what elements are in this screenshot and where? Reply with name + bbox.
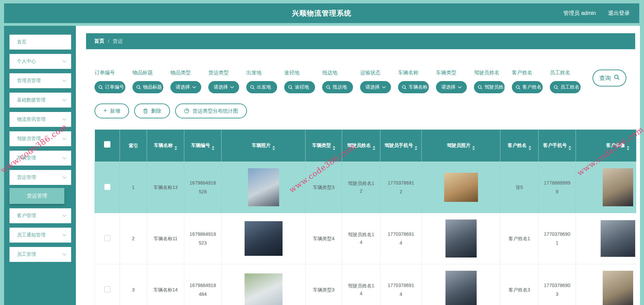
column-header-vehicle_name[interactable]: 车辆名称	[147, 130, 184, 162]
filter-input-客户姓名[interactable]: 客户姓名	[512, 81, 543, 93]
cell-driver_name: 驾驶员姓名14	[342, 213, 380, 264]
sidebar-item-货运管理[interactable]: 货运管理	[9, 170, 71, 185]
filter-input-员工姓名[interactable]: 员工姓名	[550, 81, 581, 93]
sidebar-item-个人中心[interactable]: 个人中心	[9, 54, 71, 69]
cell-driver_name: 驾驶员姓名14	[342, 264, 380, 305]
sidebar-item-label: 个人中心	[17, 58, 36, 64]
sidebar-item-label: 客户管理	[17, 213, 36, 219]
sidebar-item-管理员管理[interactable]: 管理员管理	[9, 73, 71, 88]
row-select-cell	[95, 162, 120, 213]
filter-input-车辆名称[interactable]: 车辆名称	[398, 81, 429, 93]
filter-select-货运类型[interactable]: 请选择	[208, 81, 239, 93]
filter-input-出发地[interactable]: 出发地	[246, 81, 277, 93]
column-header-vehicle_type[interactable]: 车辆类型	[306, 130, 342, 162]
filter-select-物品类型[interactable]: 请选择	[170, 81, 201, 93]
sort-icon[interactable]	[627, 146, 629, 150]
sort-icon[interactable]	[415, 146, 417, 150]
logout-link[interactable]: 退出登录	[608, 10, 630, 17]
sidebar-item-首页[interactable]: 首页	[9, 35, 71, 50]
cell-vehicle_no: 1679884918484	[184, 264, 222, 305]
cell-customer_name: 客户姓名3	[500, 264, 539, 305]
sort-icon[interactable]	[528, 146, 531, 150]
sidebar-subitem-货运管理-active[interactable]: 货运管理	[9, 188, 64, 204]
vehicle-photo	[245, 221, 283, 256]
sort-icon[interactable]	[472, 146, 475, 150]
cell-customer_phone: 17703786903	[539, 264, 576, 305]
search-icon	[554, 85, 558, 90]
search-icon	[614, 74, 620, 82]
customer-avatar	[601, 220, 635, 257]
filter-input-途径地[interactable]: 途径地	[284, 81, 315, 93]
sidebar-item-label: 管理员管理	[17, 78, 41, 84]
column-header-driver_photo[interactable]: 驾驶员照片	[422, 130, 500, 162]
sort-icon[interactable]	[373, 146, 375, 150]
row-select-cell	[95, 264, 120, 305]
select-all-header[interactable]	[95, 130, 120, 162]
sort-icon[interactable]	[174, 146, 177, 150]
select-all-checkbox[interactable]	[104, 141, 110, 148]
column-header-customer_phone[interactable]: 客户手机号	[539, 130, 576, 162]
column-header-vehicle_no[interactable]: 车辆编号	[184, 130, 222, 162]
delete-button[interactable]: 删除	[134, 103, 170, 118]
breadcrumb-current: 货运	[112, 38, 123, 44]
filter-label: 运输状态	[360, 70, 391, 76]
filter-input-placeholder: 订单编号	[105, 84, 124, 90]
filter-input-物品标题[interactable]: 物品标题	[132, 81, 163, 93]
sidebar-item-车辆管理[interactable]: 车辆管理	[9, 151, 71, 166]
search-icon	[136, 85, 141, 90]
filter-group-途径地: 途径地途径地	[284, 70, 315, 93]
column-header-index[interactable]: 索引	[120, 130, 147, 162]
sidebar-item-物流资讯管理[interactable]: 物流资讯管理	[9, 112, 71, 127]
sidebar-item-基础数据管理[interactable]: 基础数据管理	[9, 93, 71, 108]
filter-input-抵达地[interactable]: 抵达地	[322, 81, 353, 93]
filter-input-订单编号[interactable]: 订单编号	[95, 81, 125, 93]
filter-group-订单编号: 订单编号订单编号	[95, 70, 125, 93]
sidebar-item-员工通知管理[interactable]: 员工通知管理	[9, 228, 71, 243]
column-header-label: 驾驶员手机号	[385, 142, 413, 148]
sort-icon[interactable]	[212, 146, 214, 150]
filter-group-客户姓名: 客户姓名客户姓名	[512, 70, 543, 93]
cell-vehicle_name: 车辆名称11	[147, 213, 184, 264]
filter-input-驾驶员姓名[interactable]: 驾驶员姓名	[474, 81, 505, 93]
row-checkbox[interactable]	[104, 286, 110, 292]
add-button[interactable]: + 新增	[95, 103, 129, 118]
row-checkbox[interactable]	[104, 235, 110, 241]
filter-select-运输状态[interactable]: 请选择	[360, 81, 391, 93]
customer-avatar	[603, 168, 633, 206]
delete-button-label: 删除	[151, 108, 161, 114]
sidebar-item-驾驶员管理[interactable]: 驾驶员管理	[9, 131, 71, 146]
column-header-customer_name[interactable]: 客户姓名	[500, 130, 539, 162]
filter-label: 驾驶员姓名	[474, 70, 505, 76]
current-user-label[interactable]: 管理员 admin	[563, 10, 596, 17]
sidebar-item-label: 员工通知管理	[17, 232, 45, 238]
cell-vehicle_type: 车辆类型3	[306, 162, 342, 213]
column-header-label: 车辆类型	[312, 142, 331, 148]
filter-select-车辆类型[interactable]: 请选择	[436, 81, 467, 93]
cell-index: 1	[120, 162, 147, 213]
filter-label: 客户姓名	[512, 70, 543, 76]
column-header-customer_avatar[interactable]: 客户头像	[576, 130, 637, 162]
sidebar-item-员工管理[interactable]: 员工管理	[9, 247, 71, 262]
search-icon	[98, 85, 103, 90]
vehicle-photo	[245, 273, 283, 305]
customer-avatar	[603, 271, 633, 305]
sort-icon[interactable]	[272, 146, 275, 150]
search-icon	[250, 85, 255, 90]
pie-chart-icon	[184, 108, 189, 114]
freight-type-chart-button[interactable]: 货运类型分布统计图	[175, 103, 247, 118]
breadcrumb-home[interactable]: 首页	[94, 38, 104, 44]
row-checkbox[interactable]	[104, 184, 110, 190]
column-header-vehicle_photo[interactable]: 车辆照片	[222, 130, 306, 162]
sort-icon[interactable]	[568, 146, 571, 150]
chevron-down-icon	[62, 99, 66, 101]
search-button[interactable]: 查询	[593, 70, 626, 87]
sidebar-item-客户管理[interactable]: 客户管理	[9, 208, 71, 223]
column-header-driver_phone[interactable]: 驾驶员手机号	[380, 130, 422, 162]
driver-photo	[444, 173, 478, 202]
header-actions: 管理员 admin 退出登录	[563, 3, 630, 23]
filter-label: 途径地	[284, 70, 315, 76]
sidebar: 首页个人中心管理员管理基础数据管理物流资讯管理驾驶员管理车辆管理货运管理货运管理…	[4, 26, 76, 305]
column-header-driver_name[interactable]: 驾驶员姓名	[342, 130, 380, 162]
sort-icon[interactable]	[333, 146, 335, 150]
filter-bar: 订单编号订单编号物品标题物品标题物品类型请选择货运类型请选择出发地出发地途径地途…	[95, 70, 640, 93]
